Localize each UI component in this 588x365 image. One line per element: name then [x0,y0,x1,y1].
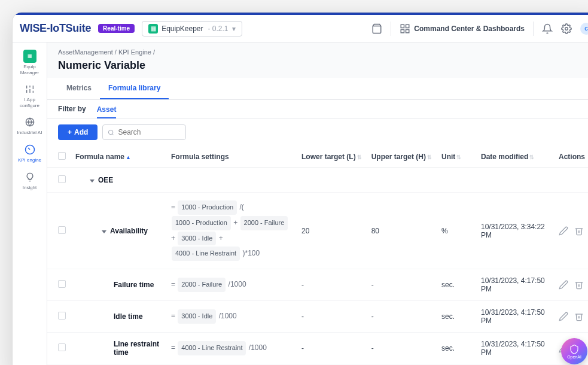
sidebar-item-kpi-engine[interactable]: KPI engine [13,139,47,167]
date-modified: 10/31/2023, 3:34:22 PM [476,193,554,269]
sidebar-item-equip-manager[interactable]: ▦ Equip Manager [13,46,47,79]
edit-icon[interactable] [559,226,568,236]
formula-chip: 3000 - Idle [178,232,216,246]
upper-target: - [367,269,437,301]
unit [437,168,476,193]
col-actions: Actions [559,153,585,161]
col-formula-settings: Formula settings [171,153,229,161]
formula-chip: 1000 - Production [172,216,231,230]
sort-icon[interactable]: ⇅ [357,154,362,160]
app-icon: ▦ [148,24,158,34]
sidebar-item-insight[interactable]: Insight [13,167,47,194]
breadcrumb: AssetManagement / KPI Engine / [47,42,588,58]
table-row: Availability = 1000 - Production /( 1000… [47,193,588,269]
bag-icon[interactable] [371,23,382,34]
filter-bar: Filter by Asset [47,100,588,118]
formula-name: OEE [98,176,113,184]
search-icon [108,129,114,136]
tab-metrics[interactable]: Metrics [58,78,100,99]
col-date-modified[interactable]: Date modified [481,153,528,161]
row-checkbox[interactable] [58,343,66,351]
date-modified: 10/31/2023, 4:17:50 PM [476,301,554,333]
table-row: Failure time = 2000 - Failure /1000 --se… [47,269,588,301]
formula-chip: 4000 - Line Restraint [178,341,246,355]
lower-target: - [297,301,367,333]
gear-icon[interactable] [561,23,572,34]
bulb-icon [23,171,36,184]
brand: WISE-IoTSuite [20,22,91,35]
svg-rect-2 [401,29,404,32]
formula-table: Formula name▲ Formula settings Lower tar… [47,146,588,365]
lower-target: 20 [297,193,367,269]
upper-target: 80 [367,193,437,269]
delete-icon[interactable] [574,226,584,236]
row-checkbox[interactable] [58,280,66,288]
sort-icon[interactable]: ▲ [126,154,131,160]
upper-target: - [367,301,437,333]
date-modified: 10/31/2023, 4:17:50 PM [476,333,554,364]
svg-line-15 [112,133,114,135]
formula-name: Line restraint time [114,340,159,357]
row-checkbox[interactable] [58,175,66,183]
openai-float-button[interactable]: OpenAI [561,338,587,364]
command-center-link[interactable]: Command Center & Dashboards [400,23,525,34]
bell-icon[interactable] [542,23,553,34]
delete-icon[interactable] [574,280,584,290]
svg-rect-0 [401,25,404,28]
svg-point-4 [565,27,568,30]
formula-settings: = 3000 - Idle /1000 [171,309,292,324]
toolbar: + Add [47,118,588,146]
formula-name: Idle time [114,312,143,321]
page-title: Numeric Variable [47,58,588,78]
tree-toggle-icon[interactable] [102,230,106,233]
date-modified [476,168,554,193]
crumb-asset-mgmt[interactable]: AssetManagement [58,48,113,56]
unit: sec. [437,333,476,364]
edit-icon[interactable] [559,312,568,321]
formula-chip: 4000 - Line Restraint [172,247,240,261]
search-input[interactable] [118,128,181,136]
date-modified: 10/31/2023, 4:17:50 PM [476,269,554,301]
sort-icon[interactable]: ⇅ [456,154,461,160]
dashboard-icon [400,23,410,34]
row-checkbox[interactable] [58,226,66,234]
col-formula-name[interactable]: Formula name [75,153,124,161]
sidebar: ▦ Equip Manager I.App configure Industri… [13,42,47,365]
col-unit[interactable]: Unit [441,153,455,161]
col-upper-target[interactable]: Upper target (H) [371,153,426,161]
sort-icon[interactable]: ⇅ [529,154,534,160]
formula-chip: 1000 - Production [178,200,237,215]
svg-point-14 [109,130,113,134]
delete-icon[interactable] [574,312,584,321]
lower-target: - [297,269,367,301]
app-selector[interactable]: ▦ EquipKeeper - 0.2.1 ▾ [142,21,242,36]
row-checkbox[interactable] [58,312,66,320]
sort-icon[interactable]: ⇅ [427,154,432,160]
formula-chip: 2000 - Failure [178,278,226,292]
crumb-kpi-engine[interactable]: KPI Engine [118,48,151,56]
add-button[interactable]: + Add [58,124,98,140]
plus-icon: + [68,128,72,136]
tab-formula-library[interactable]: Formula library [100,78,169,99]
svg-rect-1 [406,25,409,28]
gauge-icon [23,143,36,156]
sidebar-item-iapp-configure[interactable]: I.App configure [13,79,47,112]
equip-icon: ▦ [23,50,36,63]
formula-settings: = 2000 - Failure /1000 [171,277,292,293]
chevron-down-icon: ▾ [232,25,236,33]
filter-asset-tab[interactable]: Asset [97,105,117,118]
svg-rect-3 [406,29,409,32]
tree-toggle-icon[interactable] [90,180,95,182]
table-row: Idle time = 3000 - Idle /1000 --sec.10/3… [47,301,588,333]
top-bar: WISE-IoTSuite Real-time ▦ EquipKeeper - … [13,13,588,42]
formula-chip: 3000 - Idle [178,309,216,324]
edit-icon[interactable] [559,280,568,290]
avatar[interactable]: c [580,23,588,35]
filter-label: Filter by [58,105,86,113]
select-all-checkbox[interactable] [58,152,66,160]
sidebar-item-industrial-ai[interactable]: Industrial AI [13,112,47,139]
table-row: OEE [47,168,588,193]
unit: sec. [437,269,476,301]
search-box[interactable] [102,124,186,140]
col-lower-target[interactable]: Lower target (L) [301,153,356,161]
